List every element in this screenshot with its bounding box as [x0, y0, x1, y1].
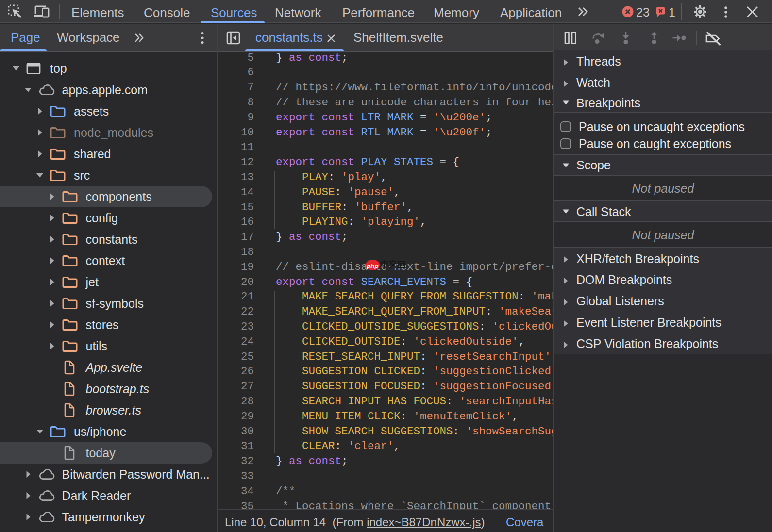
svg-text:php: php: [366, 262, 379, 269]
